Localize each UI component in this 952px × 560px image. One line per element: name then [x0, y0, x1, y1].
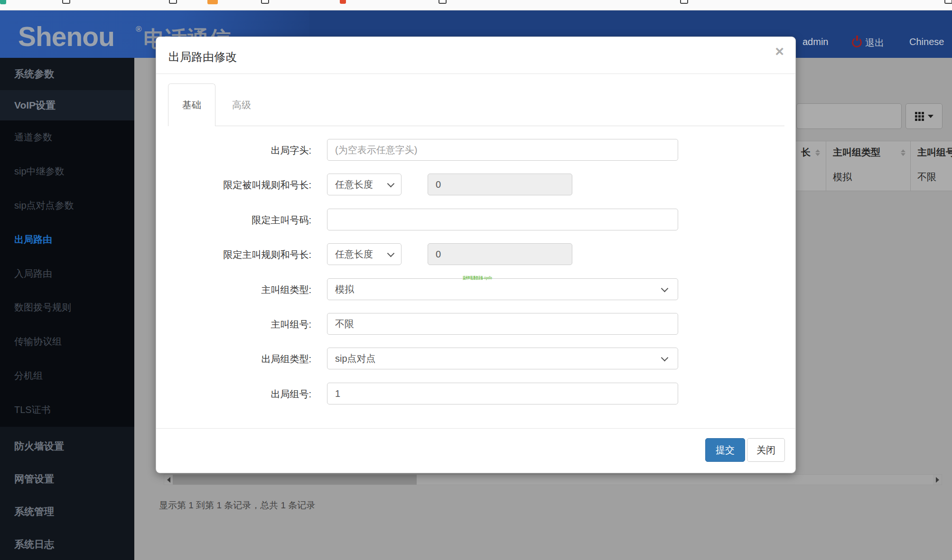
sidebar-item-outbound-route[interactable]: 出局路由 — [0, 222, 134, 257]
label-callee-rule-length: 限定被叫规则和号长: — [175, 179, 311, 192]
sidebar-item-inbound-route[interactable]: 入局路由 — [0, 257, 134, 291]
favicon-outline — [944, 0, 952, 4]
power-icon[interactable] — [852, 37, 862, 47]
outbound-group-type-select[interactable]: sip点对点 — [327, 348, 678, 369]
language-switch[interactable]: Chinese — [909, 37, 944, 47]
favicon-orange — [207, 0, 218, 4]
label-caller-group-type: 主叫组类型: — [175, 284, 311, 296]
caller-rule-select[interactable]: 任意长度 — [327, 243, 401, 265]
sidebar-item-firewall[interactable]: 防火墙设置 — [0, 430, 134, 462]
caller-group-no-input[interactable] — [327, 313, 678, 335]
header-divider — [156, 73, 795, 74]
label-outbound-prefix: 出局字头: — [175, 144, 311, 157]
label-outbound-group-no: 出局组号: — [175, 388, 311, 401]
sidebar-item-channel-params[interactable]: 通道参数 — [0, 120, 134, 155]
dialog-title: 出局路由修改 — [168, 49, 237, 64]
current-user[interactable]: admin — [803, 37, 828, 47]
favicon-outline — [169, 0, 177, 4]
callee-rule-select[interactable]: 任意长度 — [327, 174, 401, 195]
sidebar-item-system-params[interactable]: 系统参数 — [0, 58, 134, 90]
favicon-outline — [62, 0, 70, 4]
chevron-down-icon — [661, 285, 669, 293]
close-icon[interactable]: × — [775, 44, 784, 59]
sidebar-item-sip-p2p[interactable]: sip点对点参数 — [0, 189, 134, 223]
callee-length-input — [428, 174, 572, 195]
favicon-outline — [261, 0, 269, 4]
label-caller-rule-length: 限定主叫规则和号长: — [175, 248, 311, 261]
tab-basic[interactable]: 基础 — [168, 83, 215, 126]
sidebar-nav: 系统参数 VoIP设置 通道参数 sip中继参数 sip点对点参数 出局路由 入… — [0, 58, 134, 560]
favicon-outline — [680, 0, 688, 4]
label-caller-group-no: 主叫组号: — [175, 318, 311, 331]
chevron-down-icon — [661, 354, 669, 362]
sidebar-item-transport-group[interactable]: 传输协议组 — [0, 325, 134, 359]
sidebar-item-tls-cert[interactable]: TLS证书 — [0, 393, 134, 427]
vendor-watermark: 温州申瓯通信设备-Apollo — [463, 275, 492, 281]
sidebar-item-system-log[interactable]: 系统日志 — [0, 528, 134, 560]
label-caller-number: 限定主叫号码: — [175, 214, 311, 227]
caller-group-type-select[interactable]: 模拟 — [327, 278, 678, 300]
logo-text: Shenou — [18, 21, 114, 52]
chevron-down-icon — [387, 180, 395, 188]
sidebar-item-sip-trunk[interactable]: sip中继参数 — [0, 155, 134, 189]
sidebar-item-network-mgmt[interactable]: 网管设置 — [0, 462, 134, 495]
logout-link[interactable]: 退出 — [865, 37, 884, 49]
outbound-group-no-input[interactable] — [327, 383, 678, 404]
sidebar-item-system-mgmt[interactable]: 系统管理 — [0, 495, 134, 528]
submit-button[interactable]: 提交 — [705, 438, 745, 462]
sidebar-item-extension-group[interactable]: 分机组 — [0, 359, 134, 393]
tab-advanced[interactable]: 高级 — [215, 83, 268, 126]
sidebar-item-digitmap-rules[interactable]: 数图拨号规则 — [0, 291, 134, 325]
caller-number-input[interactable] — [327, 209, 678, 230]
outbound-prefix-input[interactable] — [327, 139, 678, 161]
label-outbound-group-type: 出局组类型: — [175, 353, 311, 366]
sidebar-item-voip-settings[interactable]: VoIP设置 — [0, 90, 134, 120]
sidebar-bottom-sections: 防火墙设置 网管设置 系统管理 系统日志 — [0, 427, 134, 560]
cancel-button[interactable]: 关闭 — [747, 438, 785, 462]
voip-submenu: 通道参数 sip中继参数 sip点对点参数 出局路由 入局路由 数图拨号规则 传… — [0, 120, 134, 427]
footer-divider — [156, 428, 795, 429]
favicon-outline — [439, 0, 447, 4]
browser-strip — [0, 0, 952, 10]
caller-length-input — [428, 243, 572, 265]
favicon-red — [340, 0, 346, 4]
favicon-teal — [0, 0, 6, 4]
outbound-route-edit-dialog: 出局路由修改 × 基础 高级 出局字头: 限定被叫规则和号长: 任意长度 限定主… — [156, 37, 796, 473]
registered-mark: ® — [136, 25, 142, 34]
chevron-down-icon — [387, 250, 395, 257]
